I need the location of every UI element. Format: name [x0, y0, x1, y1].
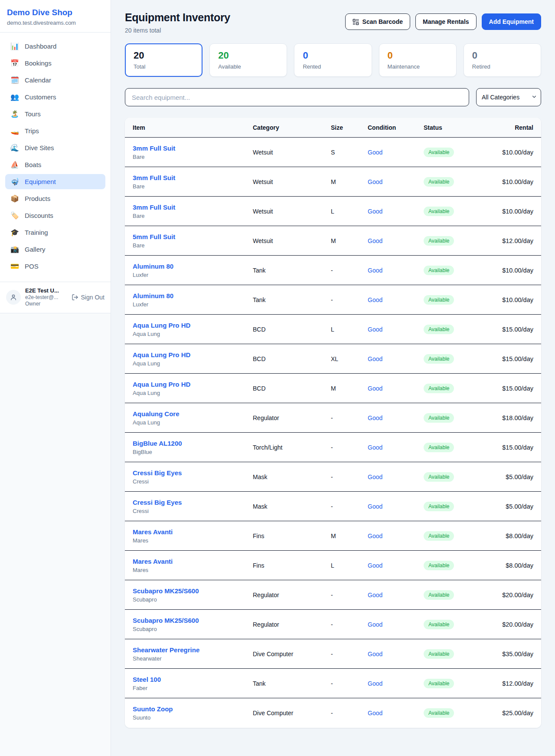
sidebar-item-gallery[interactable]: 📸 Gallery: [5, 242, 105, 257]
stat-card-retired[interactable]: 0 Retired: [464, 43, 541, 77]
size-cell: -: [331, 710, 368, 717]
sidebar-item-customers[interactable]: 👥 Customers: [5, 89, 105, 105]
equipment-name-link[interactable]: Aluminum 80: [133, 292, 173, 299]
category-select-wrap: All Categories: [476, 88, 541, 106]
equipment-name-link[interactable]: Mares Avanti: [133, 558, 173, 565]
equipment-brand: BigBlue: [133, 449, 253, 455]
title-block: Equipment Inventory 20 items total: [125, 11, 230, 34]
condition-link[interactable]: Good: [368, 651, 382, 657]
status-badge: Available: [424, 443, 454, 452]
size-cell: S: [331, 149, 368, 156]
status-badge: Available: [424, 413, 454, 423]
sidebar-item-equipment[interactable]: 🤿 Equipment: [5, 174, 105, 189]
stat-card-rented[interactable]: 0 Rented: [294, 43, 372, 77]
equipment-name-link[interactable]: Scubapro MK25/S600: [133, 587, 199, 595]
equipment-name-link[interactable]: Aluminum 80: [133, 263, 173, 270]
sidebar-item-products[interactable]: 📦 Products: [5, 191, 105, 206]
rental-cell: $10.00/day: [473, 149, 533, 156]
table-row: Suunto Zoop Suunto Dive Computer - Good …: [125, 698, 541, 728]
equipment-name-link[interactable]: 3mm Full Suit: [133, 145, 175, 152]
sidebar-item-calendar[interactable]: 🗓️ Calendar: [5, 72, 105, 88]
equipment-name-link[interactable]: Aqualung Core: [133, 410, 180, 417]
condition-link[interactable]: Good: [368, 414, 382, 421]
header-actions: Scan Barcode Manage Rentals Add Equipmen…: [345, 13, 541, 30]
stat-card-total[interactable]: 20 Total: [125, 43, 202, 77]
rental-cell: $12.00/day: [473, 680, 533, 687]
rental-cell: $8.00/day: [473, 532, 533, 539]
rental-cell: $15.00/day: [473, 355, 533, 362]
equipment-name-link[interactable]: Aqua Lung Pro HD: [133, 381, 190, 388]
equipment-name-link[interactable]: 3mm Full Suit: [133, 174, 175, 181]
equipment-name-link[interactable]: Cressi Big Eyes: [133, 469, 182, 477]
add-equipment-button[interactable]: Add Equipment: [482, 13, 541, 30]
condition-link[interactable]: Good: [368, 149, 382, 156]
stat-card-available[interactable]: 20 Available: [209, 43, 287, 77]
equipment-brand: Mares: [133, 567, 253, 573]
category-select[interactable]: All Categories: [476, 88, 541, 106]
sidebar-item-boats[interactable]: ⛵ Boats: [5, 157, 105, 172]
status-badge: Available: [424, 325, 454, 334]
category-cell: Wetsuit: [253, 178, 331, 185]
condition-link[interactable]: Good: [368, 680, 382, 687]
sign-out-button[interactable]: Sign Out: [72, 294, 104, 301]
condition-link[interactable]: Good: [368, 503, 382, 510]
condition-link[interactable]: Good: [368, 355, 382, 362]
column-header-condition: Condition: [368, 124, 424, 131]
condition-link[interactable]: Good: [368, 444, 382, 451]
sidebar-item-dashboard[interactable]: 📊 Dashboard: [5, 39, 105, 54]
condition-link[interactable]: Good: [368, 326, 382, 333]
condition-link[interactable]: Good: [368, 621, 382, 628]
manage-rentals-button[interactable]: Manage Rentals: [415, 13, 477, 30]
condition-link[interactable]: Good: [368, 532, 382, 539]
sidebar-item-pos[interactable]: 💳 POS: [5, 259, 105, 274]
equipment-name-link[interactable]: Suunto Zoop: [133, 705, 173, 713]
sidebar-item-dive-sites[interactable]: 🌊 Dive Sites: [5, 140, 105, 155]
equipment-name-link[interactable]: BigBlue AL1200: [133, 440, 182, 447]
condition-link[interactable]: Good: [368, 592, 382, 598]
sidebar: Demo Dive Shop demo.test.divestreams.com…: [0, 0, 111, 756]
condition-link[interactable]: Good: [368, 267, 382, 274]
equipment-name-link[interactable]: Mares Avanti: [133, 528, 173, 536]
table-row: Aluminum 80 Luxfer Tank - Good Available…: [125, 256, 541, 285]
condition-link[interactable]: Good: [368, 562, 382, 569]
size-cell: XL: [331, 355, 368, 362]
rental-cell: $15.00/day: [473, 444, 533, 451]
stat-value: 0: [388, 50, 448, 61]
sidebar-item-discounts[interactable]: 🏷️ Discounts: [5, 208, 105, 223]
equipment-name-link[interactable]: Scubapro MK25/S600: [133, 617, 199, 624]
rental-cell: $35.00/day: [473, 651, 533, 657]
user-section: E2E Test U... e2e-tester@... Owner Sign …: [0, 282, 111, 313]
equipment-name-link[interactable]: Aqua Lung Pro HD: [133, 322, 190, 329]
scan-barcode-label: Scan Barcode: [362, 18, 403, 25]
speedboat-icon: 🚤: [10, 128, 19, 135]
equipment-name-link[interactable]: 5mm Full Suit: [133, 233, 175, 240]
search-input[interactable]: [125, 88, 469, 106]
logout-icon: [72, 294, 78, 301]
sidebar-item-tours[interactable]: 🏝️ Tours: [5, 106, 105, 122]
condition-link[interactable]: Good: [368, 178, 382, 185]
condition-link[interactable]: Good: [368, 208, 382, 215]
status-badge: Available: [424, 472, 454, 482]
table-row: Aqua Lung Pro HD Aqua Lung BCD M Good Av…: [125, 374, 541, 403]
condition-link[interactable]: Good: [368, 237, 382, 244]
equipment-brand: Luxfer: [133, 272, 253, 278]
equipment-name-link[interactable]: Steel 100: [133, 676, 161, 683]
equipment-name-link[interactable]: Cressi Big Eyes: [133, 499, 182, 506]
scan-barcode-button[interactable]: Scan Barcode: [345, 13, 410, 30]
status-badge: Available: [424, 207, 454, 216]
condition-link[interactable]: Good: [368, 473, 382, 480]
package-icon: 📦: [10, 195, 19, 202]
equipment-name-link[interactable]: Shearwater Peregrine: [133, 646, 199, 654]
stat-card-maintenance[interactable]: 0 Maintenance: [379, 43, 457, 77]
condition-link[interactable]: Good: [368, 296, 382, 303]
sidebar-item-bookings[interactable]: 📅 Bookings: [5, 56, 105, 71]
sidebar-item-training[interactable]: 🎓 Training: [5, 225, 105, 240]
equipment-name-link[interactable]: 3mm Full Suit: [133, 204, 175, 211]
equipment-brand: Scubapro: [133, 596, 253, 603]
status-badge: Available: [424, 177, 454, 187]
condition-link[interactable]: Good: [368, 710, 382, 717]
sidebar-item-trips[interactable]: 🚤 Trips: [5, 123, 105, 138]
equipment-name-link[interactable]: Aqua Lung Pro HD: [133, 351, 190, 358]
column-header-status: Status: [424, 124, 473, 131]
condition-link[interactable]: Good: [368, 385, 382, 392]
